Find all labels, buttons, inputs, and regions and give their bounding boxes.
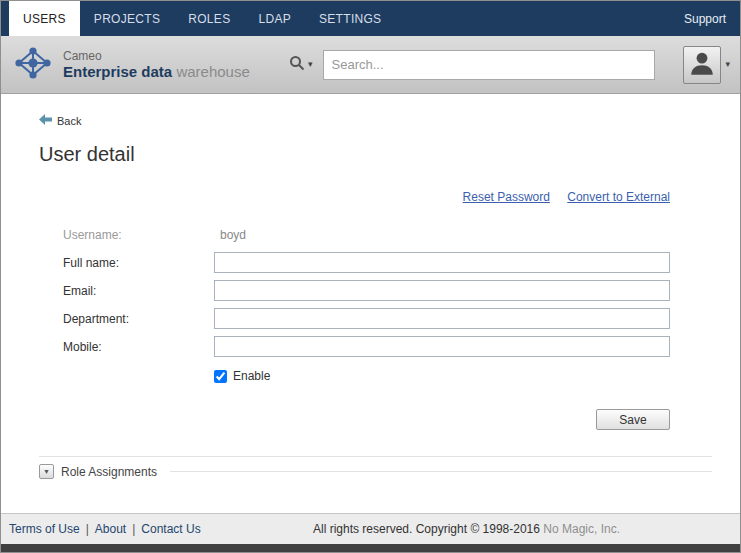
copyright-notice: All rights reserved. Copyright © 1998-20… bbox=[313, 522, 540, 536]
about-link[interactable]: About bbox=[95, 522, 126, 536]
email-row: Email: bbox=[39, 280, 670, 301]
save-row: Save bbox=[39, 409, 670, 430]
mobile-label: Mobile: bbox=[39, 340, 214, 354]
full-name-label: Full name: bbox=[39, 256, 214, 270]
role-assignments-section: ▼ Role Assignments bbox=[39, 456, 712, 479]
top-navigation: USERS PROJECTS ROLES LDAP SETTINGS Suppo… bbox=[1, 1, 740, 36]
user-menu[interactable]: ▾ bbox=[683, 46, 730, 84]
section-divider bbox=[170, 471, 712, 472]
department-row: Department: bbox=[39, 308, 670, 329]
tab-ldap[interactable]: LDAP bbox=[244, 1, 305, 36]
separator: | bbox=[132, 522, 135, 536]
search-scope-selector[interactable]: ▾ bbox=[289, 55, 313, 75]
back-arrow-icon bbox=[39, 114, 52, 127]
separator: | bbox=[86, 522, 89, 536]
chevron-down-icon: ▾ bbox=[725, 60, 730, 69]
tab-settings[interactable]: SETTINGS bbox=[305, 1, 395, 36]
enable-row: Enable bbox=[214, 369, 670, 383]
username-row: Username: boyd bbox=[39, 224, 670, 245]
footer-links: Terms of Use | About | Contact Us bbox=[9, 522, 201, 536]
support-link[interactable]: Support bbox=[670, 1, 740, 36]
app-footer: Terms of Use | About | Contact Us All ri… bbox=[1, 513, 740, 544]
contact-us-link[interactable]: Contact Us bbox=[141, 522, 200, 536]
company-name: No Magic, Inc. bbox=[543, 522, 620, 536]
enable-label: Enable bbox=[233, 369, 270, 383]
logo-line2-rest: warehouse bbox=[172, 63, 250, 80]
user-detail-form: Reset Password Convert to External Usern… bbox=[39, 190, 670, 430]
full-name-row: Full name: bbox=[39, 252, 670, 273]
cameo-network-icon bbox=[11, 43, 55, 87]
triangle-down-icon: ▼ bbox=[43, 468, 50, 475]
logo-line1: Cameo bbox=[63, 50, 250, 63]
save-button[interactable]: Save bbox=[596, 409, 670, 430]
user-silhouette-icon bbox=[688, 49, 716, 81]
page-title: User detail bbox=[39, 143, 712, 166]
terms-of-use-link[interactable]: Terms of Use bbox=[9, 522, 80, 536]
chevron-down-icon: ▾ bbox=[308, 60, 313, 69]
tab-users[interactable]: USERS bbox=[9, 1, 80, 36]
action-links: Reset Password Convert to External bbox=[39, 190, 670, 204]
app-window: USERS PROJECTS ROLES LDAP SETTINGS Suppo… bbox=[0, 0, 741, 553]
app-logo: Cameo Enterprise data warehouse bbox=[11, 43, 289, 87]
search-input[interactable] bbox=[323, 50, 655, 80]
enable-checkbox[interactable] bbox=[214, 370, 227, 383]
app-header: Cameo Enterprise data warehouse ▾ bbox=[1, 36, 740, 94]
search-icon bbox=[289, 55, 305, 75]
tab-projects[interactable]: PROJECTS bbox=[80, 1, 174, 36]
email-label: Email: bbox=[39, 284, 214, 298]
collapse-toggle-button[interactable]: ▼ bbox=[39, 464, 54, 479]
logo-text: Cameo Enterprise data warehouse bbox=[63, 50, 250, 80]
department-label: Department: bbox=[39, 312, 214, 326]
role-assignments-label: Role Assignments bbox=[61, 465, 157, 479]
avatar[interactable] bbox=[683, 46, 721, 84]
department-field[interactable] bbox=[214, 308, 670, 329]
copyright-text: All rights reserved. Copyright © 1998-20… bbox=[313, 522, 620, 536]
username-label: Username: bbox=[39, 228, 214, 242]
convert-to-external-link[interactable]: Convert to External bbox=[567, 190, 670, 204]
mobile-field[interactable] bbox=[214, 336, 670, 357]
logo-line2-bold: Enterprise data bbox=[63, 63, 172, 80]
mobile-row: Mobile: bbox=[39, 336, 670, 357]
main-content: Back User detail Reset Password Convert … bbox=[1, 94, 740, 513]
username-value: boyd bbox=[214, 228, 246, 242]
email-field[interactable] bbox=[214, 280, 670, 301]
window-bottom-bar bbox=[1, 544, 740, 552]
logo-line2: Enterprise data warehouse bbox=[63, 63, 250, 80]
reset-password-link[interactable]: Reset Password bbox=[463, 190, 550, 204]
full-name-field[interactable] bbox=[214, 252, 670, 273]
tab-roles[interactable]: ROLES bbox=[174, 1, 244, 36]
back-label: Back bbox=[57, 115, 81, 127]
back-link[interactable]: Back bbox=[39, 114, 81, 127]
